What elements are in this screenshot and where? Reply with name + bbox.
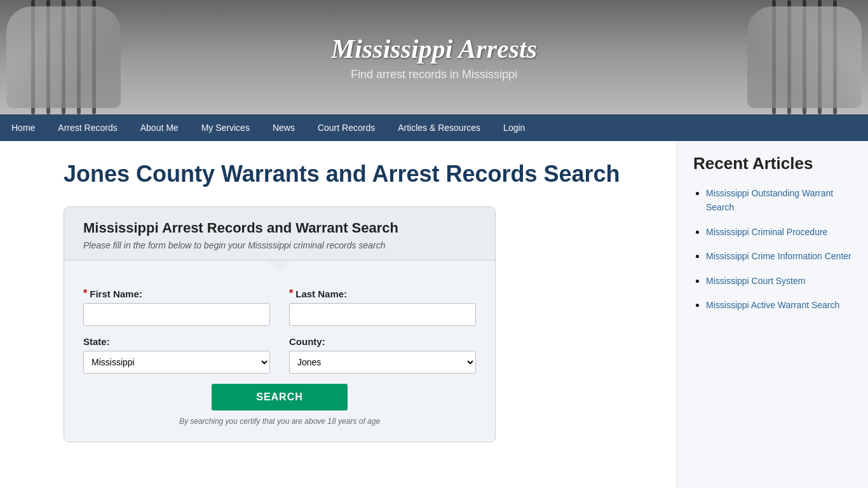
recent-articles-list: Mississippi Outstanding Warrant Search M… [693,186,852,312]
search-form: * First Name: * Last Name: [64,272,495,442]
content-area: Jones County Warrants and Arrest Records… [0,141,677,488]
certify-text: By searching you certify that you are ab… [83,417,476,426]
article-link-5[interactable]: Mississippi Active Warrant Search [706,300,839,310]
name-row: * First Name: * Last Name: [83,288,476,326]
article-link-3[interactable]: Mississippi Crime Information Center [706,251,851,261]
search-box-header: Mississippi Arrest Records and Warrant S… [64,207,495,261]
required-star-last: * [289,288,293,299]
sidebar: Recent Articles Mississippi Outstanding … [677,141,868,488]
sidebar-title: Recent Articles [693,154,852,173]
state-county-row: State: Mississippi County: Jones [83,336,476,374]
hands-right-image [747,6,862,108]
nav-my-services[interactable]: My Services [190,114,261,141]
article-link-2[interactable]: Mississippi Criminal Procedure [706,227,827,237]
required-star-first: * [83,288,87,299]
list-item: Mississippi Crime Information Center [706,249,852,263]
search-btn-row: SEARCH [83,384,476,410]
list-item: Mississippi Active Warrant Search [706,298,852,312]
nav-court-records[interactable]: Court Records [306,114,386,141]
list-item: Mississippi Outstanding Warrant Search [706,186,852,215]
state-label: State: [83,336,270,347]
last-name-input[interactable] [289,303,476,326]
nav-login[interactable]: Login [492,114,536,141]
search-box-subheading: Please fill in the form below to begin y… [83,240,476,250]
main-nav: Home Arrest Records About Me My Services… [0,114,868,141]
list-item: Mississippi Court System [706,274,852,288]
article-link-1[interactable]: Mississippi Outstanding Warrant Search [706,188,833,212]
site-subtitle: Find arrest records in Mississippi [351,68,517,81]
hero-section: Mississippi Arrests Find arrest records … [0,0,868,114]
search-box: Mississippi Arrest Records and Warrant S… [64,207,496,442]
last-name-group: * Last Name: [289,288,476,326]
main-container: Jones County Warrants and Arrest Records… [0,141,868,488]
last-name-label: * Last Name: [289,288,476,299]
county-label: County: [289,336,476,347]
first-name-label: * First Name: [83,288,270,299]
state-group: State: Mississippi [83,336,270,374]
hands-left-image [6,6,121,108]
county-group: County: Jones [289,336,476,374]
triangle-pointer [268,261,291,272]
search-button[interactable]: SEARCH [212,384,348,410]
nav-home[interactable]: Home [0,114,46,141]
first-name-group: * First Name: [83,288,270,326]
nav-about-me[interactable]: About Me [129,114,190,141]
nav-news[interactable]: News [261,114,306,141]
search-box-heading: Mississippi Arrest Records and Warrant S… [83,220,476,236]
nav-arrest-records[interactable]: Arrest Records [46,114,128,141]
list-item: Mississippi Criminal Procedure [706,225,852,239]
first-name-input[interactable] [83,303,270,326]
county-select[interactable]: Jones [289,351,476,374]
state-select[interactable]: Mississippi [83,351,270,374]
article-link-4[interactable]: Mississippi Court System [706,276,805,286]
nav-articles-resources[interactable]: Articles & Resources [386,114,492,141]
site-title: Mississippi Arrests [331,34,537,64]
page-title: Jones County Warrants and Arrest Records… [64,160,658,187]
